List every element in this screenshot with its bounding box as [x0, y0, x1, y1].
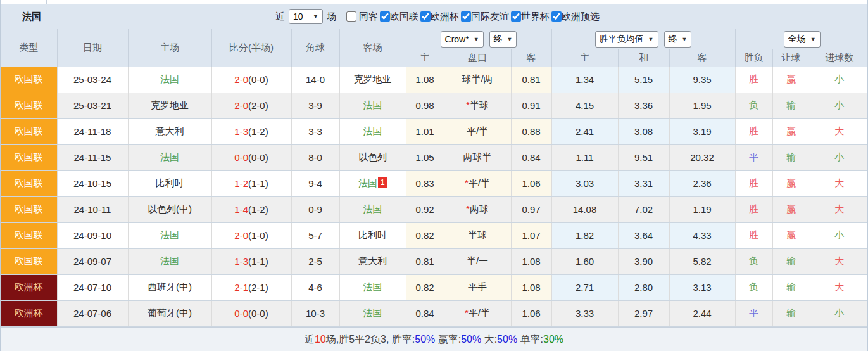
- col-header-corners: 角球: [291, 29, 339, 67]
- avg-lose-cell: 20.32: [669, 144, 735, 170]
- handicap-result-cell: 赢: [772, 170, 810, 196]
- goals-result-cell: 大: [810, 248, 868, 274]
- avg-win-cell: 1.11: [551, 144, 618, 170]
- goals-result-cell: 大: [810, 196, 868, 222]
- halftime-score: (1-2): [248, 204, 268, 215]
- fulltime-score: 2-0: [234, 230, 248, 241]
- fulltime-score: 1-3: [234, 126, 248, 137]
- avg-draw-cell: 3.90: [618, 248, 669, 274]
- summary-text: 30%: [543, 334, 563, 345]
- corners-cell: 8-0: [291, 144, 339, 170]
- odds-stage-select[interactable]: 终 ▼: [489, 31, 517, 48]
- team-name: 西班牙(中): [148, 281, 192, 292]
- result-cell: 胜: [735, 118, 772, 144]
- handicap-result-cell: 赢: [772, 222, 810, 248]
- summary-text: 50%: [461, 334, 481, 345]
- date-cell: 25-03-24: [57, 67, 128, 93]
- result-cell: 负: [735, 274, 772, 300]
- handicap-result-cell: 赢: [772, 67, 810, 93]
- avg-win-cell: 1.60: [551, 248, 618, 274]
- divider: [46, 0, 47, 4]
- matches-table: 类型 日期 主场 比分(半场) 角球 客场 Crow* ▼ 终 ▼: [1, 29, 868, 327]
- avg-stage-select[interactable]: 终 ▼: [664, 31, 692, 48]
- same-away-checkbox[interactable]: [346, 11, 356, 22]
- score-cell: 2-0(1-0): [211, 222, 291, 248]
- recent-count-select[interactable]: 10 ▼: [289, 9, 323, 24]
- match-row: 欧国联24-09-10法国2-0(1-0)5-7比利时0.82半球1.071.8…: [1, 222, 868, 248]
- score-cell: 1-4(1-2): [211, 196, 291, 222]
- chevron-down-icon: ▼: [507, 36, 513, 42]
- away-team-cell: 以色列: [339, 144, 406, 170]
- handicap-result-cell: 输: [772, 144, 810, 170]
- scope-select[interactable]: 全场 ▼: [784, 31, 821, 48]
- halftime-score: (2-1): [248, 282, 268, 293]
- halftime-score: (0-0): [248, 152, 268, 163]
- league-label: 国际友谊: [471, 11, 509, 23]
- date-cell: 24-10-11: [57, 196, 128, 222]
- league-checkbox[interactable]: [420, 11, 431, 22]
- score-cell: 1-2(1-1): [211, 170, 291, 196]
- league-cell: 欧洲杯: [1, 300, 57, 326]
- handicap-result-cell: 输: [772, 248, 810, 274]
- result-cell: 平: [735, 144, 772, 170]
- halftime-score: (1-0): [248, 230, 268, 241]
- away-odds-cell: 1.07: [511, 222, 551, 248]
- match-row: 欧国联25-03-24法国2-0(0-0)14-0克罗地亚1.08球半/两0.8…: [1, 67, 868, 93]
- card-badge: 1: [378, 177, 387, 188]
- team-name: 以色列: [358, 151, 387, 162]
- avg-draw-cell: 2.97: [618, 300, 669, 326]
- league-checkbox[interactable]: [551, 11, 562, 22]
- team-name: 意大利: [358, 255, 387, 266]
- star-marker: *: [465, 177, 469, 188]
- avg-draw-cell: 7.02: [618, 196, 669, 222]
- handicap-result-cell: 赢: [772, 118, 810, 144]
- avg-win-cell: 14.08: [551, 196, 618, 222]
- star-marker: *: [466, 203, 470, 214]
- goals-result-cell: 小: [810, 222, 868, 248]
- avg-win-cell: 4.15: [551, 93, 618, 118]
- avg-win-cell: 3.03: [551, 170, 618, 196]
- chevron-down-icon: ▼: [682, 36, 688, 42]
- filter-controls: 近 10 ▼ 场 同客 欧国联欧洲杯国际友谊世界杯欧洲预选: [272, 4, 600, 29]
- home-team-cell: 法国: [128, 144, 211, 170]
- avg-lose-cell: 2.44: [669, 300, 735, 326]
- league-checkbox[interactable]: [461, 11, 471, 22]
- away-odds-cell: 1.06: [511, 170, 551, 196]
- league-checkbox[interactable]: [511, 11, 521, 22]
- summary-footer: 近10场,胜5平2负3, 胜率:50% 赢率:50% 大:50% 单率:30%: [1, 327, 867, 351]
- league-label: 欧洲预选: [562, 11, 600, 23]
- home-odds-cell: 0.92: [406, 196, 444, 222]
- fulltime-score: 2-1: [234, 282, 248, 293]
- result-scope-group: 全场 ▼: [735, 29, 868, 49]
- home-odds-cell: 0.82: [406, 274, 444, 300]
- date-cell: 24-11-15: [57, 144, 128, 170]
- league-cell: 欧国联: [1, 170, 57, 196]
- corners-cell: 10-3: [291, 300, 339, 326]
- avg-odds-select[interactable]: 胜平负均值 ▼: [595, 31, 658, 48]
- date-cell: 24-09-07: [57, 248, 128, 274]
- corners-cell: 9-4: [291, 170, 339, 196]
- handicap-result-cell: 输: [772, 93, 810, 118]
- handicap-result-cell: 输: [772, 300, 810, 326]
- handicap-cell: 球半/两: [444, 67, 511, 93]
- match-row: 欧洲杯24-07-10西班牙(中)2-1(2-1)4-6法国0.82平手1.08…: [1, 274, 868, 300]
- home-odds-cell: 0.84: [406, 300, 444, 326]
- result-cell: 胜: [735, 67, 772, 93]
- odds-company-select[interactable]: Crow* ▼: [441, 31, 484, 48]
- team-name: 意大利: [156, 125, 184, 136]
- chevron-down-icon: ▼: [648, 36, 654, 42]
- result-cell: 负: [735, 248, 772, 274]
- date-cell: 24-07-10: [57, 274, 128, 300]
- matches-label: 场: [327, 11, 336, 23]
- avg-draw-cell: 2.80: [618, 274, 669, 300]
- odds-company-group: Crow* ▼ 终 ▼: [406, 29, 551, 49]
- summary-text: 赢率:: [435, 334, 461, 345]
- score-cell: 1-3(1-2): [211, 118, 291, 144]
- league-filter: 国际友谊: [461, 11, 509, 23]
- filter-bar: 法国 近 10 ▼ 场 同客 欧国联欧洲杯国际友谊世界杯欧洲预选: [1, 4, 867, 29]
- league-checkbox[interactable]: [380, 11, 390, 22]
- home-odds-cell: 0.98: [406, 93, 444, 118]
- avg-lose-cell: 3.13: [669, 274, 735, 300]
- avg-win-cell: 1.34: [551, 67, 618, 93]
- away-odds-cell: 0.91: [511, 93, 551, 118]
